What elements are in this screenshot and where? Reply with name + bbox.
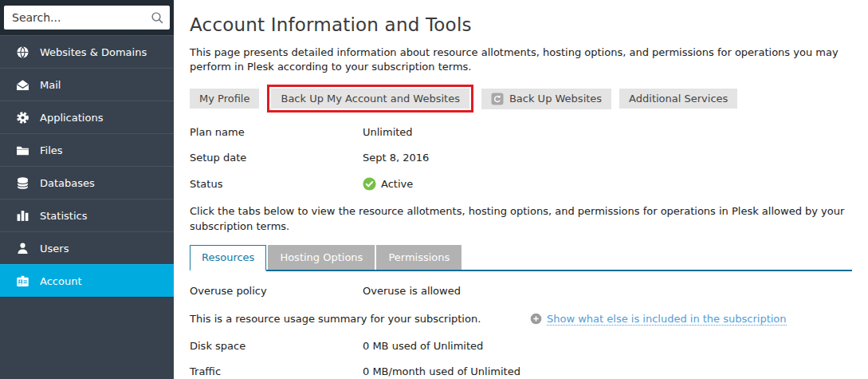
plan-name-label: Plan name bbox=[190, 126, 363, 138]
sidebar-item-files[interactable]: Files bbox=[0, 133, 174, 166]
sidebar-item-users[interactable]: Users bbox=[0, 231, 174, 264]
folder-icon bbox=[16, 144, 29, 157]
plan-name-row: Plan name Unlimited bbox=[190, 126, 852, 138]
additional-services-button[interactable]: Additional Services bbox=[619, 89, 737, 109]
backup-websites-button[interactable]: Back Up Websites bbox=[481, 89, 611, 109]
sidebar-item-mail[interactable]: Mail bbox=[0, 68, 174, 101]
resources-tab-content: Overuse policy Overuse is allowed This i… bbox=[190, 271, 852, 377]
sidebar-item-label: Applications bbox=[40, 112, 103, 124]
backup-icon bbox=[491, 93, 504, 105]
usage-summary-text: This is a resource usage summary for you… bbox=[190, 313, 530, 325]
sidebar-nav: Websites & Domains Mail Applications Fil… bbox=[0, 35, 174, 298]
tab-permissions[interactable]: Permissions bbox=[376, 245, 461, 270]
sidebar: Websites & Domains Mail Applications Fil… bbox=[0, 0, 174, 379]
sidebar-item-websites-domains[interactable]: Websites & Domains bbox=[0, 35, 174, 68]
status-row: Status Active bbox=[190, 177, 852, 191]
user-icon bbox=[16, 242, 29, 255]
sidebar-item-databases[interactable]: Databases bbox=[0, 166, 174, 199]
tab-bar: Resources Hosting Options Permissions bbox=[190, 245, 852, 271]
bar-chart-icon bbox=[16, 209, 29, 223]
setup-date-row: Setup date Sept 8, 2016 bbox=[190, 152, 852, 164]
status-label: Status bbox=[190, 178, 363, 190]
search-input[interactable] bbox=[4, 6, 170, 30]
sidebar-item-statistics[interactable]: Statistics bbox=[0, 199, 174, 231]
tab-hosting-options[interactable]: Hosting Options bbox=[268, 245, 375, 270]
status-value: Active bbox=[381, 178, 413, 190]
status-active-check-icon bbox=[363, 177, 376, 191]
disk-space-row: Disk space 0 MB used of Unlimited bbox=[190, 340, 852, 352]
database-icon bbox=[16, 176, 29, 190]
sidebar-item-label: Files bbox=[40, 144, 63, 156]
sidebar-item-applications[interactable]: Applications bbox=[0, 101, 174, 133]
sidebar-divider bbox=[0, 297, 174, 298]
page-title: Account Information and Tools bbox=[190, 14, 852, 35]
show-subscription-details-link[interactable]: Show what else is included in the subscr… bbox=[547, 313, 787, 326]
my-profile-button[interactable]: My Profile bbox=[190, 89, 259, 109]
overuse-policy-label: Overuse policy bbox=[190, 285, 363, 297]
setup-date-label: Setup date bbox=[190, 152, 363, 164]
sidebar-item-label: Websites & Domains bbox=[40, 46, 147, 58]
setup-date-value: Sept 8, 2016 bbox=[363, 152, 429, 164]
disk-space-label: Disk space bbox=[190, 340, 363, 352]
plus-circle-icon[interactable] bbox=[530, 313, 542, 325]
usage-summary-row: This is a resource usage summary for you… bbox=[190, 313, 852, 326]
tab-resources[interactable]: Resources bbox=[190, 245, 266, 271]
backup-websites-label: Back Up Websites bbox=[509, 93, 602, 105]
toolbar: My Profile Back Up My Account and Websit… bbox=[190, 84, 852, 113]
search-icon[interactable] bbox=[151, 11, 164, 28]
tabs-intro-text: Click the tabs below to view the resourc… bbox=[190, 204, 859, 233]
backup-account-button[interactable]: Back Up My Account and Websites bbox=[271, 89, 469, 109]
gear-icon bbox=[16, 111, 29, 124]
sidebar-item-label: Users bbox=[40, 243, 69, 255]
sidebar-item-label: Databases bbox=[40, 177, 95, 189]
traffic-label: Traffic bbox=[190, 365, 363, 377]
overuse-policy-value: Overuse is allowed bbox=[363, 285, 461, 297]
page-description: This page presents detailed information … bbox=[190, 45, 859, 74]
id-card-icon bbox=[16, 274, 29, 288]
disk-space-value: 0 MB used of Unlimited bbox=[363, 340, 483, 352]
mail-icon bbox=[16, 78, 29, 92]
overuse-policy-row: Overuse policy Overuse is allowed bbox=[190, 285, 852, 297]
traffic-value: 0 MB/month used of Unlimited bbox=[363, 365, 520, 377]
traffic-row: Traffic 0 MB/month used of Unlimited bbox=[190, 365, 852, 377]
main-content: Account Information and Tools This page … bbox=[174, 0, 868, 379]
red-highlight-annotation: Back Up My Account and Websites bbox=[267, 85, 473, 113]
plan-name-value: Unlimited bbox=[363, 126, 413, 138]
sidebar-search-band bbox=[0, 0, 174, 35]
sidebar-item-label: Account bbox=[40, 275, 82, 287]
sidebar-item-label: Statistics bbox=[40, 210, 87, 222]
sidebar-item-account[interactable]: Account bbox=[0, 264, 174, 297]
sidebar-item-label: Mail bbox=[40, 79, 61, 91]
globe-icon bbox=[16, 45, 29, 59]
